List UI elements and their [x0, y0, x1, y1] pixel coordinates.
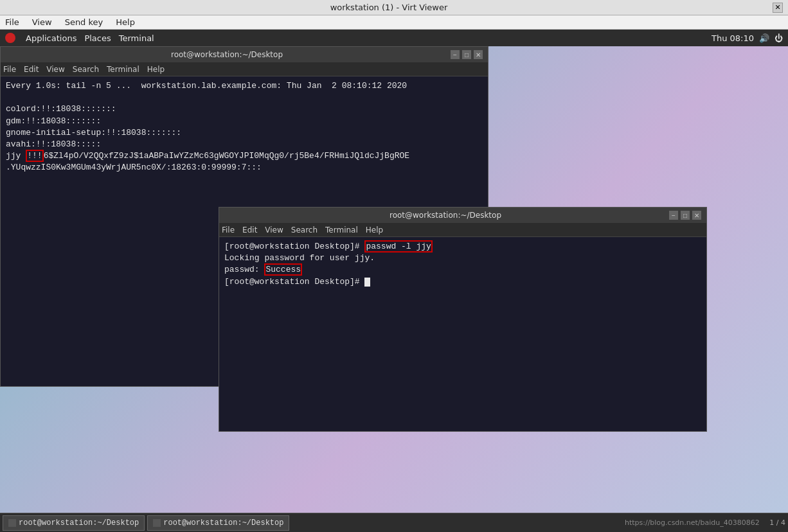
gnome-clock: Thu 08:10: [712, 33, 754, 43]
terminal-1-line8: .YUqwzzIS0Kw3MGUm43yWrjAUR5nc0X/:18263:0…: [6, 162, 483, 173]
term2-menu-view[interactable]: View: [265, 226, 283, 235]
gnome-topbar-left: Applications Places Terminal: [5, 33, 154, 43]
menu-help[interactable]: Help: [113, 16, 138, 28]
term2-passwd-pre: passwd:: [224, 265, 264, 274]
terminal-2-line3: passwd: Success: [224, 264, 701, 276]
term2-menu-help[interactable]: Help: [366, 226, 383, 235]
gnome-topbar: Applications Places Terminal Thu 08:10 🔊…: [0, 30, 788, 46]
terminal-1-line4: gdm:!!:18038:::::::: [6, 116, 483, 127]
terminal-1-line5: gnome-initial-setup:!!:18038:::::::: [6, 127, 483, 139]
term1-jjy-pre: jjy: [6, 151, 26, 161]
term1-menu-search[interactable]: Search: [73, 65, 99, 74]
terminal-2-title: root@workstation:~/Desktop: [224, 211, 667, 220]
terminal-1-line6: avahi:!!:18038:::::: [6, 139, 483, 150]
terminal-2-line2: Locking password for user jjy.: [224, 253, 701, 264]
terminal-1-titlebar: root@workstation:~/Desktop − □ ✕: [1, 47, 488, 62]
virt-viewer-menubar: File View Send key Help: [0, 15, 788, 30]
terminal-2-close[interactable]: ✕: [692, 211, 701, 220]
terminal-2-body: [root@workstation Desktop]# passwd -l jj…: [219, 237, 706, 431]
terminal-1-line3: colord:!!:18038:::::::: [6, 103, 483, 115]
terminal-1-close[interactable]: ✕: [474, 50, 483, 59]
term2-prompt2: [root@workstation Desktop]#: [224, 277, 364, 287]
terminal-1-maximize[interactable]: □: [462, 50, 471, 59]
terminal-1-menubar: File Edit View Search Terminal Help: [1, 62, 488, 76]
virt-viewer-title: workstation (1) - Virt Viewer: [5, 3, 773, 12]
terminal-2-minimize[interactable]: −: [669, 211, 678, 220]
taskbar-term-icon-2: [153, 519, 161, 527]
menu-sendkey[interactable]: Send key: [62, 16, 106, 28]
desktop: root@workstation:~/Desktop − □ ✕ File Ed…: [0, 46, 788, 513]
volume-icon[interactable]: 🔊: [759, 33, 769, 43]
gnome-places[interactable]: Places: [84, 33, 111, 43]
gnome-terminal[interactable]: Terminal: [119, 33, 154, 43]
term2-menu-file[interactable]: File: [222, 226, 235, 235]
power-icon[interactable]: ⏻: [775, 33, 783, 43]
terminal-1-line7: jjy !!!6$Zl4pO/V2QQxfZ9zJ$1aABPaIwYZzMc6…: [6, 150, 483, 162]
taskbar-right: https://blog.csdn.net/baidu_40380862 1 /…: [625, 519, 785, 527]
taskbar-item-1[interactable]: root@workstation:~/Desktop: [3, 515, 145, 531]
gnome-topbar-right: Thu 08:10 🔊 ⏻: [712, 33, 783, 43]
taskbar: root@workstation:~/Desktop root@workstat…: [0, 513, 788, 532]
virt-viewer-titlebar: workstation (1) - Virt Viewer ✕: [0, 0, 788, 15]
terminal-1-minimize[interactable]: −: [451, 50, 460, 59]
term1-jjy-post: 6$Zl4pO/V2QQxfZ9zJ$1aABPaIwYZzMc63gWGOYJ…: [44, 151, 410, 161]
terminal-2-titlebar: root@workstation:~/Desktop − □ ✕: [219, 208, 706, 223]
term1-menu-help[interactable]: Help: [147, 65, 165, 74]
terminal-2-menubar: File Edit View Search Terminal Help: [219, 223, 706, 237]
term2-success-highlight: Success: [264, 263, 302, 276]
taskbar-item-2-label: root@workstation:~/Desktop: [163, 519, 283, 528]
taskbar-page-indicator: 1 / 4: [769, 519, 785, 527]
terminal-1-line1: Every 1.0s: tail -n 5 ... workstation.la…: [6, 80, 483, 92]
gnome-apps-icon: [5, 33, 15, 43]
term2-menu-search[interactable]: Search: [291, 226, 318, 235]
term1-menu-file[interactable]: File: [3, 65, 16, 74]
terminal-window-2: root@workstation:~/Desktop − □ ✕ File Ed…: [219, 207, 707, 432]
term1-jjy-highlight: !!!: [26, 150, 43, 162]
gnome-applications[interactable]: Applications: [26, 33, 76, 43]
term1-menu-terminal[interactable]: Terminal: [107, 65, 139, 74]
term1-menu-edit[interactable]: Edit: [24, 65, 39, 74]
terminal-2-line1: [root@workstation Desktop]# passwd -l jj…: [224, 241, 701, 253]
term2-menu-terminal[interactable]: Terminal: [325, 226, 358, 235]
cursor-block: [364, 278, 370, 287]
terminal-2-maximize[interactable]: □: [681, 211, 690, 220]
taskbar-item-2[interactable]: root@workstation:~/Desktop: [147, 515, 289, 531]
terminal-2-line4: [root@workstation Desktop]#: [224, 276, 701, 288]
term2-cmd-highlight: passwd -l jjy: [364, 240, 432, 253]
taskbar-term-icon-1: [8, 519, 16, 527]
term1-menu-view[interactable]: View: [46, 65, 64, 74]
taskbar-url: https://blog.csdn.net/baidu_40380862: [625, 519, 760, 527]
term2-menu-edit[interactable]: Edit: [242, 226, 257, 235]
terminal-1-line2: [6, 92, 483, 103]
taskbar-item-1-label: root@workstation:~/Desktop: [19, 519, 139, 528]
menu-file[interactable]: File: [3, 16, 22, 28]
term2-prompt1: [root@workstation Desktop]#: [224, 242, 364, 251]
terminal-1-title: root@workstation:~/Desktop: [6, 50, 448, 59]
virt-viewer-close-button[interactable]: ✕: [773, 3, 783, 13]
menu-view[interactable]: View: [30, 16, 55, 28]
